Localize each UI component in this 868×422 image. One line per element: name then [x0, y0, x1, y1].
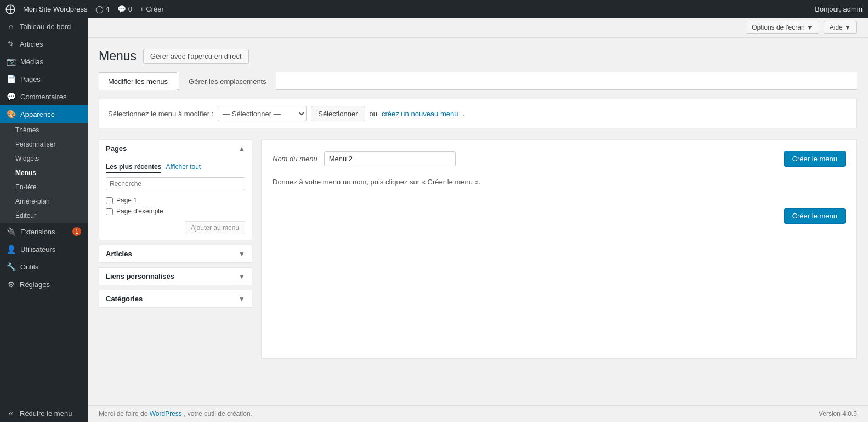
apercu-button[interactable]: Gérer avec l'aperçu en direct [143, 49, 249, 64]
liens-expand-icon: ▼ [239, 273, 245, 280]
menu-name-row: Nom du menu Créer le menu [273, 151, 846, 167]
admin-bar-right: Bonjour, admin [815, 5, 863, 13]
menu-name-label: Nom du menu [273, 155, 317, 163]
sidebar-sub-personnaliser[interactable]: Personnaliser [0, 137, 88, 151]
outils-icon: 🔧 [7, 262, 16, 271]
page-item-page1[interactable]: Page 1 [106, 195, 245, 206]
reglages-icon: ⚙ [7, 280, 15, 289]
wp-logo-icon[interactable]: ⨁ [5, 3, 15, 15]
link-suffix: . [462, 110, 464, 118]
select-menu-label: Sélectionnez le menu à modifier : [108, 110, 213, 118]
tab-afficher-tout[interactable]: Afficher tout [166, 163, 201, 173]
create-item[interactable]: + Créer [140, 5, 164, 13]
footer-wp-link[interactable]: WordPress [150, 410, 182, 418]
nav-tabs: Modifier les menus Gérer les emplacement… [99, 72, 857, 90]
admin-bar: ⨁ Mon Site Wordpress ◯ 4 💬 0 + Créer Bon… [0, 0, 868, 18]
select-button[interactable]: Sélectionner [311, 106, 365, 121]
sidebar-sub-editeur[interactable]: Éditeur [0, 209, 88, 223]
extensions-badge: 1 [72, 227, 81, 236]
pages-list: Page 1 Page d'exemple [106, 195, 245, 217]
page-exemple-checkbox[interactable] [106, 208, 113, 215]
accordion-articles: Articles ▼ [99, 245, 252, 263]
dashboard-icon: ⌂ [7, 22, 15, 31]
content-area: Options de l'écran ▼ Aide ▼ Menus Gérer … [88, 18, 868, 422]
footer-version: Version 4.0.5 [819, 410, 857, 418]
updates-item[interactable]: ◯ 4 [95, 5, 110, 13]
extensions-icon: 🔌 [7, 227, 16, 236]
creer-bottom-row: Créer le menu [273, 208, 846, 224]
menu-columns: Pages ▲ Les plus récentes Afficher tout [99, 139, 857, 359]
sidebar-sub-widgets[interactable]: Widgets [0, 151, 88, 166]
select-menu-row: Sélectionnez le menu à modifier : — Séle… [99, 99, 857, 128]
pages-collapse-icon: ▲ [239, 145, 245, 153]
sidebar-sub-menus[interactable]: Menus [0, 166, 88, 180]
site-name[interactable]: Mon Site Wordpress [23, 5, 88, 13]
main-layout: ⌂ Tableau de bord ✎ Articles 📷 Médias 📄 … [0, 18, 868, 422]
pages-subtabs: Les plus récentes Afficher tout [106, 163, 245, 173]
left-panel: Pages ▲ Les plus récentes Afficher tout [99, 139, 252, 359]
aide-button[interactable]: Aide ▼ [824, 21, 857, 34]
categories-expand-icon: ▼ [239, 295, 245, 303]
add-to-menu-button[interactable]: Ajouter au menu [185, 221, 245, 234]
sidebar-sub-en-tete[interactable]: En-tête [0, 180, 88, 194]
page1-checkbox[interactable] [106, 197, 113, 204]
menu-name-input[interactable] [324, 151, 456, 166]
accordion-liens-perso: Liens personnalisés ▼ [99, 267, 252, 285]
sidebar-item-articles[interactable]: ✎ Articles [0, 35, 88, 53]
apparence-submenu: Thèmes Personnaliser Widgets Menus En-tê… [0, 123, 88, 223]
sidebar-item-extensions[interactable]: 🔌 Extensions 1 [0, 223, 88, 240]
sidebar: ⌂ Tableau de bord ✎ Articles 📷 Médias 📄 … [0, 18, 88, 422]
options-ecran-button[interactable]: Options de l'écran ▼ [746, 21, 819, 34]
pages-search [106, 177, 245, 190]
sidebar-item-reglages[interactable]: ⚙ Réglages [0, 275, 88, 293]
sidebar-item-outils[interactable]: 🔧 Outils [0, 258, 88, 275]
sidebar-sub-arriere-plan[interactable]: Arrière-plan [0, 194, 88, 209]
accordion-articles-header[interactable]: Articles ▼ [99, 245, 252, 262]
tab-gerer-emplacements[interactable]: Gérer les emplacements [179, 72, 276, 90]
select-menu-dropdown[interactable]: — Sélectionner — [218, 106, 307, 121]
creer-menu-button-top[interactable]: Créer le menu [784, 151, 846, 167]
pages-search-input[interactable] [106, 177, 245, 190]
comment-icon: 💬 [117, 5, 126, 13]
accordion-categories-header[interactable]: Catégories ▼ [99, 290, 252, 307]
accordion-categories: Catégories ▼ [99, 290, 252, 308]
right-panel: Nom du menu Créer le menu Donnez à votre… [261, 139, 857, 359]
page-content: Menus Gérer avec l'aperçu en direct Modi… [88, 38, 868, 405]
footer: Merci de faire de WordPress , votre outi… [88, 405, 868, 422]
articles-icon: ✎ [7, 40, 15, 48]
page-title: Menus [99, 49, 137, 64]
sidebar-item-utilisateurs[interactable]: 👤 Utilisateurs [0, 240, 88, 258]
page-title-row: Menus Gérer avec l'aperçu en direct [99, 49, 857, 64]
sidebar-item-medias[interactable]: 📷 Médias [0, 53, 88, 70]
articles-expand-icon: ▼ [239, 250, 245, 258]
create-menu-link[interactable]: créez un nouveau menu [382, 110, 458, 118]
footer-text: Merci de faire de WordPress , votre outi… [99, 410, 252, 418]
sidebar-item-reduire-menu[interactable]: « Réduire le menu [0, 404, 88, 422]
reduire-icon: « [7, 409, 15, 418]
accordion-pages-header[interactable]: Pages ▲ [99, 140, 252, 157]
sidebar-item-apparence[interactable]: 🎨 Apparence [0, 105, 88, 123]
or-text: ou [370, 110, 377, 118]
sidebar-sub-themes[interactable]: Thèmes [0, 123, 88, 137]
comments-item[interactable]: 💬 0 [117, 5, 132, 13]
sidebar-item-pages[interactable]: 📄 Pages [0, 70, 88, 88]
creer-menu-button-bottom[interactable]: Créer le menu [784, 208, 846, 224]
commentaires-icon: 💬 [7, 92, 16, 101]
accordion-pages-body: Les plus récentes Afficher tout Page 1 [99, 157, 252, 240]
utilisateurs-icon: 👤 [7, 245, 16, 254]
tab-recentes[interactable]: Les plus récentes [106, 163, 161, 173]
greeting-text: Bonjour, admin [815, 5, 863, 13]
tab-modifier-menus[interactable]: Modifier les menus [99, 72, 177, 90]
pages-icon: 📄 [7, 75, 16, 83]
menu-select[interactable]: — Sélectionner — [218, 106, 306, 121]
medias-icon: 📷 [7, 57, 16, 66]
page-item-exemple[interactable]: Page d'exemple [106, 206, 245, 217]
content-topbar: Options de l'écran ▼ Aide ▼ [88, 18, 868, 38]
admin-bar-left: ⨁ Mon Site Wordpress ◯ 4 💬 0 + Créer [5, 3, 164, 15]
sidebar-item-commentaires[interactable]: 💬 Commentaires [0, 88, 88, 105]
accordion-pages: Pages ▲ Les plus récentes Afficher tout [99, 139, 252, 240]
apparence-icon: 🎨 [7, 110, 16, 119]
accordion-liens-perso-header[interactable]: Liens personnalisés ▼ [99, 268, 252, 285]
menu-info-text: Donnez à votre menu un nom, puis cliquez… [273, 178, 846, 186]
sidebar-item-tableau-de-bord[interactable]: ⌂ Tableau de bord [0, 18, 88, 35]
